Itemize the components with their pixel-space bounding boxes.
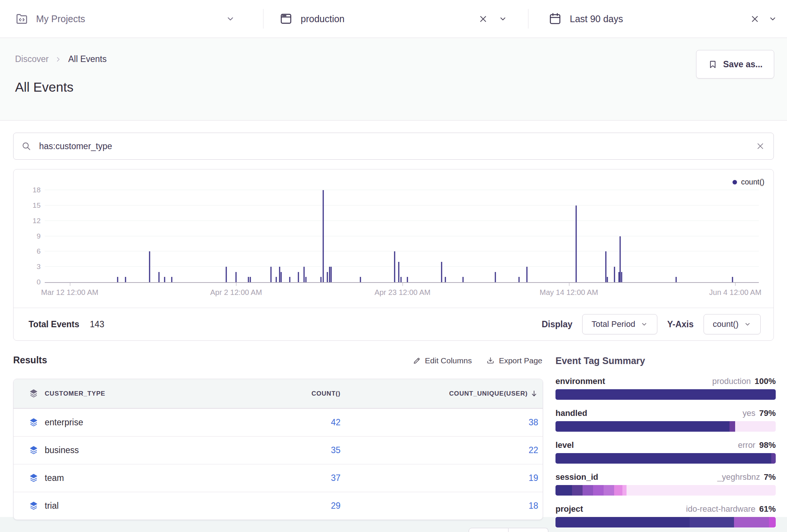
project-selector[interactable]: My Projects [15,0,85,38]
tag-top-value: yes79% [743,408,776,418]
chart-bar [279,267,280,282]
chart-bar [398,262,400,282]
tag-bar-segment [627,485,776,496]
tag-distribution-bar[interactable] [555,517,776,527]
tag-label-row: levelerror98% [555,440,776,450]
previous-page-button[interactable] [469,528,509,532]
projects-folder-icon [15,12,29,26]
y-axis-tick-label: 6 [36,247,41,255]
tag-bar-segment [555,485,572,496]
breadcrumb: Discover All Events [15,54,107,64]
save-as-button[interactable]: Save as... [696,50,774,79]
display-dropdown[interactable]: Total Period [582,314,657,334]
cell-count-link[interactable]: 42 [331,417,341,428]
chevron-down-icon [744,320,751,328]
chart-bar [298,272,299,282]
chart-bar [675,277,677,282]
chart-bar [125,277,126,282]
edit-columns-button[interactable]: Edit Columns [412,356,472,365]
chart-gridline [45,236,759,236]
tag-distribution-bar[interactable] [555,453,776,464]
date-range-filter[interactable]: Last 90 days [548,0,623,38]
search-bar [13,133,774,160]
chart-bar [360,277,361,282]
date-range-chevron-icon[interactable] [768,0,777,38]
next-page-button[interactable] [509,528,548,532]
tag-bar-segment [555,389,776,400]
tag-summary-title: Event Tag Summary [555,355,776,366]
yaxis-dropdown[interactable]: count() [704,314,761,334]
cell-count-unique-link[interactable]: 22 [528,445,538,455]
column-header-count[interactable]: COUNT() [312,390,341,397]
chart-bar [303,267,304,282]
chart-legend: count() [733,178,764,186]
total-events-label: Total Events [29,319,79,329]
tag-label-row: environmentproduction100% [555,376,776,386]
tag-distribution-bar[interactable] [555,421,776,432]
tag-value-name: _yeghrsbnz [717,472,760,482]
page-title: All Events [15,80,74,95]
download-icon [486,356,495,365]
legend-dot-icon [733,180,737,184]
y-axis-tick-label: 3 [36,263,41,271]
breadcrumb-discover-link[interactable]: Discover [15,54,48,64]
search-clear-icon[interactable] [755,141,765,151]
tag-label-row: projectido-react-hardware61% [555,503,776,514]
chart-plot[interactable] [45,190,759,283]
chart-bar [445,277,446,282]
chart-bar [620,236,621,283]
breadcrumb-current: All Events [68,54,106,64]
environment-filter-value: production [301,14,345,24]
browser-window-icon [279,12,293,26]
export-page-button[interactable]: Export Page [486,356,542,365]
chart-bar [441,262,442,282]
tag-top-value: _yeghrsbnz7% [717,472,776,482]
total-events: Total Events 143 [14,319,104,329]
project-selector-chevron[interactable] [226,0,235,38]
table-row[interactable]: team 37 19 [14,464,543,492]
table-row[interactable]: trial 29 18 [14,492,543,520]
tag-distribution-bar[interactable] [555,485,776,496]
x-axis-tick-label: Apr 23 12:00 AM [374,288,430,297]
table-row[interactable]: enterprise 42 38 [14,408,543,436]
display-dropdown-value: Total Period [592,319,635,329]
column-header-customer-type[interactable]: CUSTOMER_TYPE [45,390,105,397]
yaxis-label: Y-Axis [667,319,693,329]
chart-bar [171,277,173,282]
tag-bar-segment [604,485,614,496]
environment-chevron-icon[interactable] [498,0,507,38]
chevron-down-icon [640,320,648,328]
cell-count-unique-link[interactable]: 18 [528,501,538,511]
chart-bar [621,272,622,282]
chart-bar [321,277,322,282]
cell-count-link[interactable]: 29 [331,501,341,511]
environment-filter[interactable]: production [279,0,345,38]
tag-bar-segment [555,453,771,464]
x-axis-tick [403,283,403,286]
tag-top-value: production100% [712,376,776,386]
tag-key: level [555,440,574,450]
date-range-clear-icon[interactable] [750,0,760,38]
environment-clear-icon[interactable] [478,0,488,38]
tag-bar-segment [771,453,776,464]
tag-distribution-bar[interactable] [555,389,776,400]
chart-bar [159,272,160,282]
chart-bar [575,206,577,282]
tag-summary-item: projectido-react-hardware61% [555,503,776,532]
table-row[interactable]: business 35 22 [14,436,543,464]
cell-count-unique-link[interactable]: 38 [528,417,538,428]
edit-columns-label: Edit Columns [425,356,472,365]
chart-bar [329,267,330,282]
tag-label-row: handledyes79% [555,408,776,418]
tag-value-name: production [712,376,751,386]
column-header-count-unique[interactable]: COUNT_UNIQUE(USER) [449,390,528,397]
layers-icon [29,388,39,399]
project-selector-label: My Projects [36,14,85,24]
search-input[interactable] [38,141,755,152]
cell-count-unique-link[interactable]: 19 [528,473,538,483]
cell-count-link[interactable]: 35 [331,445,341,455]
chart-bar [407,277,408,282]
tag-label-row: session_id_yeghrsbnz7% [555,472,776,482]
cell-count-link[interactable]: 37 [331,473,341,483]
chart-bar [394,251,395,282]
